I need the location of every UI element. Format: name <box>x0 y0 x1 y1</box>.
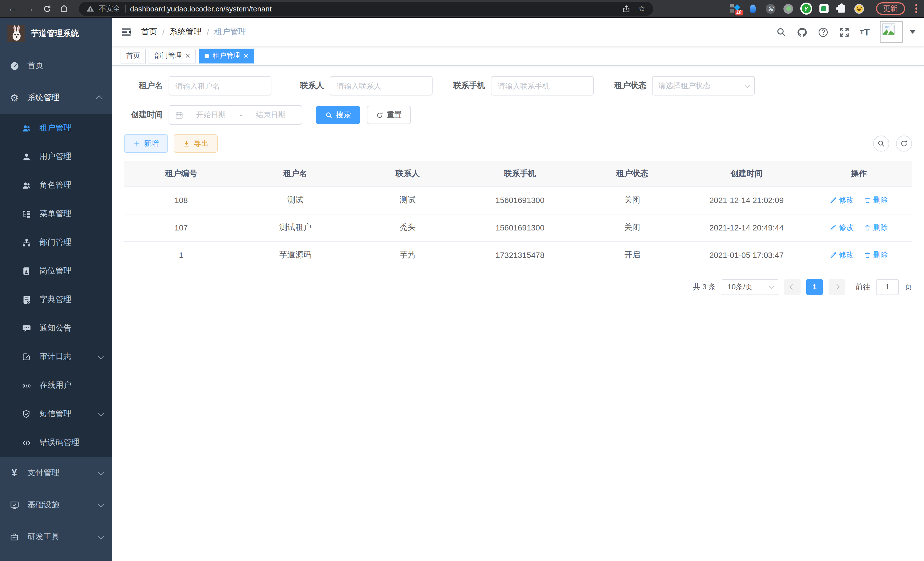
chevron-down-icon <box>98 501 104 508</box>
sidebar-item-error-code[interactable]: 错误码管理 <box>0 428 112 457</box>
prev-page-button[interactable] <box>784 279 801 295</box>
menu-tree-icon <box>21 208 32 220</box>
sidebar-item-label: 字典管理 <box>39 295 71 305</box>
forward-icon[interactable]: → <box>23 2 37 15</box>
online-users-icon <box>21 380 32 391</box>
error-code-icon <box>21 437 32 448</box>
download-icon <box>183 140 190 147</box>
home-icon[interactable] <box>57 2 71 15</box>
sidebar-item-dept[interactable]: 部门管理 <box>0 228 112 257</box>
page-size-select[interactable]: 10条/页 <box>722 279 778 295</box>
share-icon[interactable] <box>622 4 630 13</box>
trash-icon <box>864 224 871 231</box>
contact-name-input[interactable] <box>330 76 433 96</box>
kebab-menu-icon[interactable] <box>914 3 918 14</box>
status-select-placeholder: 请选择租户状态 <box>658 81 710 91</box>
sidebar-item-label: 审计日志 <box>39 352 71 362</box>
address-bar[interactable]: 不安全 dashboard.yudao.iocoder.cn/system/te… <box>79 2 653 16</box>
ext-pin-icon[interactable] <box>748 3 758 14</box>
search-button-label: 搜索 <box>336 110 351 120</box>
security-label[interactable]: 不安全 <box>99 4 120 14</box>
sidebar-item-label: 菜单管理 <box>39 209 71 219</box>
sidebar-logo[interactable]: 芋道管理系统 <box>0 18 112 50</box>
edit-link[interactable]: 修改 <box>830 195 854 205</box>
url-text[interactable]: dashboard.yudao.iocoder.cn/system/tenant <box>130 4 272 13</box>
toggle-search-button[interactable] <box>873 135 889 152</box>
sidebar-item-role[interactable]: 角色管理 <box>0 171 112 200</box>
tenant-table: 租户编号 租户名 联系人 联系手机 租户状态 创建时间 操作 108 测试 <box>124 161 912 269</box>
font-size-icon[interactable]: TT <box>860 27 870 37</box>
ext-emoji-icon[interactable] <box>854 3 864 14</box>
table-row: 107 测试租户 秃头 15601691300 关闭 2021-12-14 20… <box>124 214 912 241</box>
col-created: 创建时间 <box>687 161 806 186</box>
app-root: ← → 不安全 dashboard.yudao.iocoder.cn/syste… <box>0 0 924 561</box>
close-icon[interactable] <box>185 53 190 58</box>
contact-mobile-label: 联系手机 <box>446 81 485 91</box>
sidebar-group-system[interactable]: ⚙ 系统管理 <box>0 82 112 114</box>
refresh-table-button[interactable] <box>896 135 912 152</box>
search-button[interactable]: 搜索 <box>316 106 360 124</box>
delete-link[interactable]: 删除 <box>864 195 888 205</box>
sidebar-item-dict[interactable]: 字典管理 <box>0 285 112 314</box>
ext-chat-icon[interactable] <box>819 3 829 14</box>
cell-contact: 秃头 <box>352 214 463 241</box>
sidebar-item-home[interactable]: 首页 <box>0 50 112 82</box>
export-button[interactable]: 导出 <box>174 134 218 153</box>
status-select[interactable]: 请选择租户状态 <box>652 76 755 96</box>
sidebar-item-notice[interactable]: 通知公告 <box>0 314 112 343</box>
hamburger-fold-icon[interactable] <box>121 26 132 38</box>
tab-dept[interactable]: 部门管理 <box>148 48 196 63</box>
fullscreen-icon[interactable] <box>839 27 850 38</box>
chevron-down-icon <box>98 410 104 417</box>
help-icon[interactable] <box>818 27 829 38</box>
ext-command-icon[interactable]: ⌘ <box>765 3 776 14</box>
back-icon[interactable]: ← <box>6 2 20 15</box>
page-number-1[interactable]: 1 <box>806 279 823 295</box>
tab-home[interactable]: 首页 <box>121 48 146 63</box>
sidebar-item-menu[interactable]: 菜单管理 <box>0 200 112 228</box>
sidebar-item-post[interactable]: 岗位管理 <box>0 257 112 285</box>
goto-page-input[interactable] <box>876 279 899 295</box>
infra-monitor-icon <box>9 499 20 511</box>
ext-puzzle-icon[interactable] <box>836 3 847 14</box>
breadcrumb-home[interactable]: 首页 <box>141 27 157 37</box>
sidebar-item-tenant[interactable]: 租户管理 <box>0 114 112 142</box>
add-button[interactable]: 新增 <box>124 134 168 153</box>
sidebar-group-devtools[interactable]: 研发工具 <box>0 521 112 553</box>
ext-blocks-icon[interactable]: 10 <box>730 3 740 14</box>
bookmark-star-icon[interactable]: ☆ <box>638 3 646 14</box>
contact-mobile-input[interactable] <box>491 76 594 96</box>
audit-log-icon <box>21 351 32 362</box>
reset-button[interactable]: 重置 <box>367 106 411 124</box>
search-icon[interactable] <box>776 27 786 37</box>
dropdown-caret-icon[interactable] <box>910 30 915 34</box>
reload-icon[interactable] <box>40 2 54 15</box>
date-range-picker[interactable]: 开始日期 - 结束日期 <box>169 105 302 125</box>
sidebar-group-payment[interactable]: ¥ 支付管理 <box>0 457 112 489</box>
edit-link[interactable]: 修改 <box>830 223 854 233</box>
sidebar-item-sms[interactable]: 短信管理 <box>0 400 112 428</box>
tab-tenant[interactable]: 租户管理 <box>199 48 254 63</box>
edit-link[interactable]: 修改 <box>830 250 854 260</box>
edit-icon <box>830 252 837 259</box>
sidebar-item-user[interactable]: 用户管理 <box>0 142 112 171</box>
sidebar-group-infra[interactable]: 基础设施 <box>0 489 112 521</box>
filter-row-1: 租户名 联系人 联系手机 租户状态 请选择租户状态 <box>124 76 912 96</box>
sidebar-item-online-users[interactable]: 在线用户 <box>0 371 112 400</box>
ext-y-icon[interactable]: Y <box>801 3 811 14</box>
tenant-name-input[interactable] <box>169 76 272 96</box>
devtools-briefcase-icon <box>9 531 20 543</box>
ext-gray-dot-icon[interactable] <box>783 3 794 14</box>
edit-label: 修改 <box>839 223 854 233</box>
delete-link[interactable]: 删除 <box>864 250 888 260</box>
delete-link[interactable]: 删除 <box>864 223 888 233</box>
total-count: 共 3 条 <box>693 282 716 292</box>
sidebar-item-audit-log[interactable]: 审计日志 <box>0 343 112 371</box>
close-icon[interactable] <box>243 53 249 58</box>
github-icon[interactable] <box>796 27 807 38</box>
next-page-button[interactable] <box>829 279 845 295</box>
avatar[interactable] <box>880 21 903 43</box>
chrome-update-button[interactable]: 更新 <box>876 2 905 15</box>
breadcrumb-system[interactable]: 系统管理 <box>170 27 202 37</box>
chevron-down-icon <box>98 353 104 359</box>
